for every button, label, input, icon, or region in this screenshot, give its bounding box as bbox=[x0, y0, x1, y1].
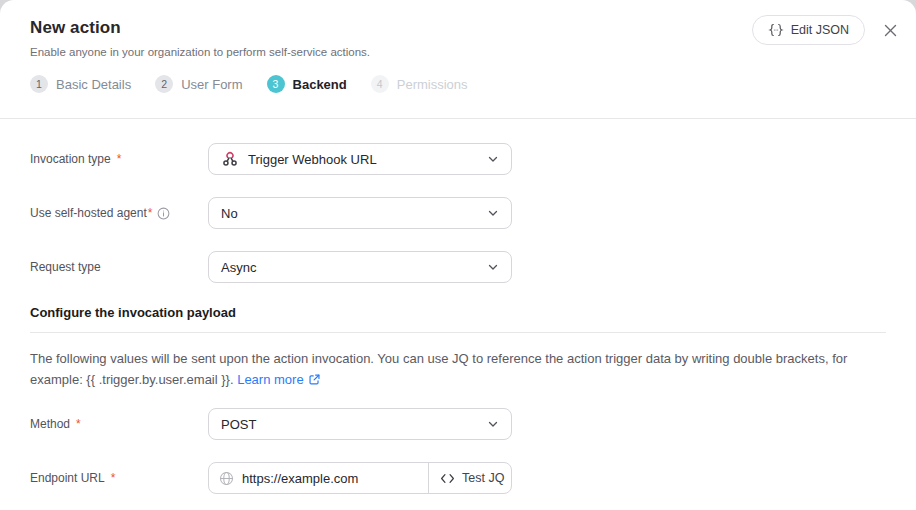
globe-icon bbox=[219, 471, 234, 486]
step-label: Basic Details bbox=[56, 77, 131, 92]
payload-description: The following values will be sent upon t… bbox=[30, 348, 886, 390]
self-hosted-agent-select[interactable]: No bbox=[208, 197, 512, 229]
stepper-step-basic-details[interactable]: 1 Basic Details bbox=[30, 75, 131, 93]
payload-section-heading: Configure the invocation payload bbox=[30, 305, 886, 320]
section-divider bbox=[30, 332, 886, 333]
step-number: 1 bbox=[30, 75, 48, 93]
test-jq-button[interactable]: Test JQ bbox=[429, 463, 515, 493]
endpoint-url-group: Test JQ bbox=[208, 462, 512, 494]
request-type-value: Async bbox=[221, 260, 256, 275]
close-icon[interactable] bbox=[879, 19, 902, 42]
new-action-modal: New action Enable anyone in your organiz… bbox=[0, 0, 916, 510]
chevron-down-icon bbox=[487, 153, 499, 165]
chevron-down-icon bbox=[487, 261, 499, 273]
stepper-step-permissions[interactable]: 4 Permissions bbox=[371, 75, 468, 93]
step-number: 3 bbox=[267, 75, 285, 93]
modal-header: New action Enable anyone in your organiz… bbox=[0, 0, 916, 119]
method-label: Method* bbox=[30, 417, 208, 431]
info-icon[interactable] bbox=[157, 207, 170, 220]
step-number: 2 bbox=[155, 75, 173, 93]
required-asterisk: * bbox=[117, 152, 122, 166]
required-asterisk: * bbox=[76, 417, 81, 431]
endpoint-url-input[interactable] bbox=[242, 471, 418, 486]
form-row-self-hosted-agent: Use self-hosted agent* No bbox=[30, 197, 886, 229]
step-label: Backend bbox=[293, 77, 347, 92]
form-row-invocation-type: Invocation type* Trigger Webhook URL bbox=[30, 143, 886, 175]
step-label: User Form bbox=[181, 77, 242, 92]
method-select[interactable]: POST bbox=[208, 408, 512, 440]
header-actions: Edit JSON bbox=[752, 15, 902, 45]
self-hosted-agent-value: No bbox=[221, 206, 238, 221]
external-link-icon bbox=[308, 373, 321, 386]
edit-json-label: Edit JSON bbox=[791, 23, 849, 37]
stepper-step-user-form[interactable]: 2 User Form bbox=[155, 75, 242, 93]
stepper: 1 Basic Details 2 User Form 3 Backend 4 … bbox=[30, 75, 902, 93]
required-asterisk: * bbox=[111, 471, 116, 485]
form-row-request-type: Request type Async bbox=[30, 251, 886, 283]
step-label: Permissions bbox=[397, 77, 468, 92]
request-type-label: Request type bbox=[30, 260, 208, 274]
stepper-step-backend[interactable]: 3 Backend bbox=[267, 75, 347, 93]
method-value: POST bbox=[221, 417, 256, 432]
test-jq-label: Test JQ bbox=[462, 471, 504, 485]
code-brackets-icon bbox=[440, 473, 455, 484]
invocation-type-label: Invocation type* bbox=[30, 152, 208, 166]
invocation-type-value: Trigger Webhook URL bbox=[248, 152, 377, 167]
request-type-select[interactable]: Async bbox=[208, 251, 512, 283]
json-braces-icon bbox=[768, 23, 784, 37]
form-row-method: Method* POST bbox=[30, 408, 886, 440]
form-row-endpoint-url: Endpoint URL* bbox=[30, 462, 886, 494]
self-hosted-agent-label: Use self-hosted agent* bbox=[30, 206, 208, 220]
learn-more-link[interactable]: Learn more bbox=[237, 372, 303, 387]
step-number: 4 bbox=[371, 75, 389, 93]
chevron-down-icon bbox=[487, 207, 499, 219]
endpoint-url-field bbox=[209, 463, 429, 493]
chevron-down-icon bbox=[487, 418, 499, 430]
modal-subtitle: Enable anyone in your organization to pe… bbox=[30, 46, 902, 58]
webhook-icon bbox=[221, 150, 239, 168]
edit-json-button[interactable]: Edit JSON bbox=[752, 15, 865, 45]
required-asterisk: * bbox=[148, 206, 153, 220]
invocation-type-select[interactable]: Trigger Webhook URL bbox=[208, 143, 512, 175]
endpoint-url-label: Endpoint URL* bbox=[30, 471, 208, 485]
modal-body: Invocation type* Trigger Webhook URL bbox=[0, 119, 916, 494]
